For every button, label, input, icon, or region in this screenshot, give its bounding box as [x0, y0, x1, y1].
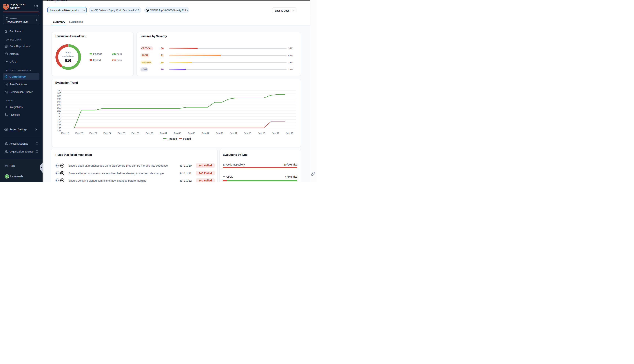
svg-text:240: 240: [57, 112, 61, 115]
svg-text:270: 270: [57, 104, 61, 106]
svg-text:Jan 11: Jan 11: [230, 132, 237, 134]
svg-text:Dec 28: Dec 28: [131, 132, 139, 134]
svg-text:290: 290: [57, 98, 61, 100]
svg-text:260: 260: [57, 106, 61, 109]
svg-text:Failed: Failed: [183, 137, 191, 140]
svg-text:190: 190: [57, 127, 61, 130]
svg-text:CIS: CIS: [56, 165, 59, 166]
svg-text:300: 300: [57, 95, 61, 98]
svg-text:220: 220: [57, 118, 61, 121]
svg-text:Jan 09: Jan 09: [216, 132, 223, 134]
svg-text:Dec 26: Dec 26: [117, 132, 125, 134]
svg-text:Dec 24: Dec 24: [103, 132, 111, 134]
svg-text:280: 280: [57, 100, 61, 103]
svg-text:Jan 07: Jan 07: [202, 132, 209, 134]
svg-text:Jan 15: Jan 15: [258, 132, 265, 134]
svg-text:250: 250: [57, 110, 61, 112]
svg-text:200: 200: [57, 124, 61, 127]
svg-text:Dec 22: Dec 22: [89, 132, 97, 134]
svg-text:310: 310: [57, 92, 61, 94]
svg-text:Jan 13: Jan 13: [244, 132, 251, 134]
svg-text:Jan 01: Jan 01: [160, 132, 167, 134]
svg-text:Dec 18: Dec 18: [61, 132, 69, 134]
svg-text:Jan 03: Jan 03: [174, 132, 181, 134]
svg-text:CIS: CIS: [56, 172, 59, 174]
svg-text:320: 320: [57, 89, 61, 92]
svg-text:Dec 30: Dec 30: [145, 132, 153, 134]
svg-text:Jan 19: Jan 19: [286, 132, 293, 134]
svg-text:180: 180: [57, 130, 61, 132]
svg-text:CIS: CIS: [91, 10, 93, 11]
svg-text:230: 230: [57, 115, 61, 118]
svg-text:Jan 05: Jan 05: [188, 132, 195, 134]
svg-text:Passed: Passed: [168, 137, 177, 140]
svg-text:Jan 17: Jan 17: [272, 132, 279, 134]
svg-text:210: 210: [57, 121, 61, 124]
svg-text:Dec 20: Dec 20: [75, 132, 83, 134]
svg-text:CIS: CIS: [56, 180, 59, 182]
svg-text:?: ?: [6, 164, 7, 166]
